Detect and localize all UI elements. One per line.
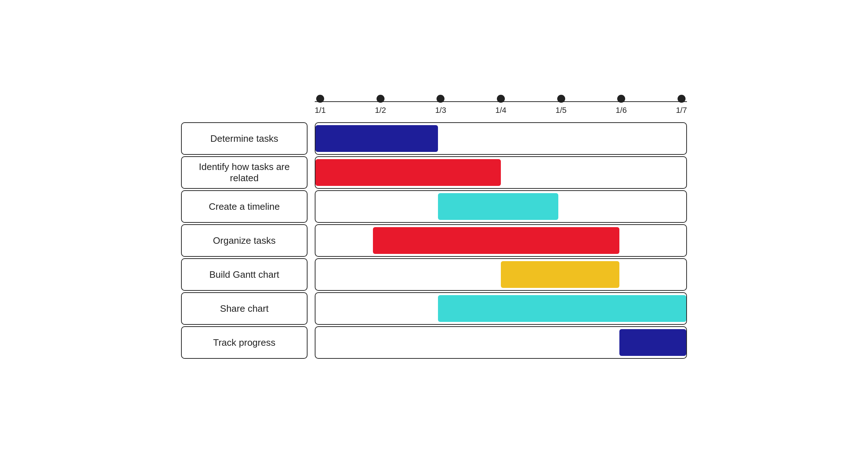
tick-label: 1/7 (676, 106, 687, 115)
gantt-row-share-chart: Share chart (181, 292, 687, 325)
tick-label: 1/1 (315, 106, 326, 115)
task-label-identify-related: Identify how tasks are related (181, 156, 308, 189)
task-label-create-timeline: Create a timeline (181, 190, 308, 223)
bar-track-determine-tasks (315, 122, 687, 155)
tick-dot (557, 95, 565, 103)
bar-identify-related (315, 159, 501, 186)
bar-create-timeline (438, 193, 558, 220)
tick-label: 1/3 (435, 106, 446, 115)
tick-dot (617, 95, 625, 103)
bar-determine-tasks (315, 125, 438, 152)
task-label-share-chart: Share chart (181, 292, 308, 325)
bar-share-chart (438, 295, 686, 322)
task-label-determine-tasks: Determine tasks (181, 122, 308, 155)
bar-track-progress (619, 329, 686, 356)
bar-build-gantt (501, 261, 619, 288)
bar-track-track-progress (315, 326, 687, 359)
bar-organize-tasks (373, 227, 619, 254)
bar-track-create-timeline (315, 190, 687, 223)
gantt-row-build-gantt: Build Gantt chart (181, 258, 687, 291)
task-label-track-progress: Track progress (181, 326, 308, 359)
tick: 1/6 (616, 95, 627, 115)
tick-dot (678, 95, 686, 103)
tick-label: 1/5 (555, 106, 567, 115)
gantt-rows: Determine tasksIdentify how tasks are re… (181, 122, 687, 360)
tick-dot (437, 95, 444, 103)
tick: 1/3 (435, 95, 446, 115)
tick: 1/1 (315, 95, 326, 115)
tick: 1/7 (676, 95, 687, 115)
bar-track-share-chart (315, 292, 687, 325)
tick: 1/2 (375, 95, 386, 115)
gantt-row-identify-related: Identify how tasks are related (181, 156, 687, 189)
gantt-row-track-progress: Track progress (181, 326, 687, 359)
tick-dot (497, 95, 505, 103)
gantt-row-create-timeline: Create a timeline (181, 190, 687, 223)
timeline-ticks: 1/11/21/31/41/51/61/7 (315, 95, 687, 115)
bar-track-build-gantt (315, 258, 687, 291)
task-label-build-gantt: Build Gantt chart (181, 258, 308, 291)
tick-dot (377, 95, 384, 103)
bar-track-organize-tasks (315, 224, 687, 257)
gantt-chart: 1/11/21/31/41/51/61/7 Determine tasksIde… (181, 95, 687, 360)
tick-dot (316, 95, 324, 103)
tick: 1/4 (495, 95, 507, 115)
task-label-organize-tasks: Organize tasks (181, 224, 308, 257)
tick-label: 1/6 (616, 106, 627, 115)
tick-label: 1/2 (375, 106, 386, 115)
tick: 1/5 (555, 95, 567, 115)
timeline-header: 1/11/21/31/41/51/61/7 (315, 95, 687, 115)
gantt-row-organize-tasks: Organize tasks (181, 224, 687, 257)
tick-label: 1/4 (495, 106, 507, 115)
bar-track-identify-related (315, 156, 687, 189)
gantt-row-determine-tasks: Determine tasks (181, 122, 687, 155)
